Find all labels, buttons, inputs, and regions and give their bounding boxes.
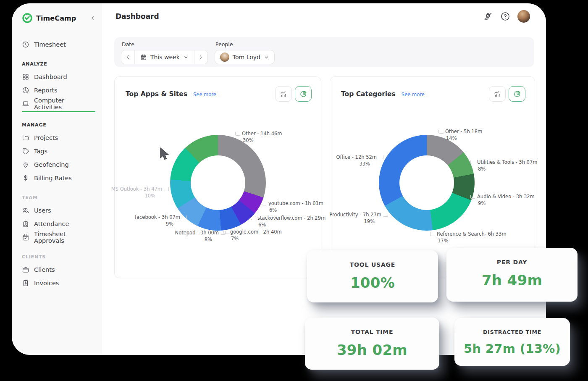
folder-icon — [22, 134, 29, 142]
sidebar-item-computer-activities[interactable]: Computer Activities — [22, 97, 95, 112]
callout-connector — [251, 216, 255, 220]
sidebar: TimeCamp TimesheetANALYZEDashboardReport… — [12, 3, 102, 355]
laptop-icon — [22, 100, 29, 108]
date-range-dropdown[interactable]: This week — [134, 50, 194, 64]
sidebar-item-label: Timesheet — [34, 41, 66, 48]
callout-connector — [438, 130, 443, 134]
sidebar-item-users[interactable]: Users — [22, 204, 54, 217]
segment-label-text: Other - 14h 46m — [242, 131, 282, 137]
pie-chart-toggle-button[interactable] — [295, 86, 312, 102]
stat-value: 7h 49m — [482, 272, 542, 289]
briefcase-icon — [22, 266, 29, 273]
topbar-icons — [483, 10, 530, 23]
segment-label-text: Audio & Video - 3h 32m — [477, 194, 535, 200]
sidebar-item-timesheet-approvals[interactable]: Timesheet Approvals — [22, 231, 95, 244]
sidebar-item-billing-rates[interactable]: Billing Rates — [22, 171, 74, 185]
segment-label-google-com: google.com - 2h 40m7% — [230, 229, 282, 242]
segment-label-text: Productivity - 7h 27m — [329, 212, 381, 218]
sidebar-item-label: Billing Rates — [34, 175, 72, 181]
badge-icon — [22, 220, 29, 228]
people-filter-label: People — [215, 41, 275, 47]
segment-label-text: facebook - 3h 07m — [135, 214, 180, 220]
segment-label-text: Notepad - 3h 00m — [175, 230, 219, 236]
help-icon[interactable] — [500, 11, 510, 21]
pie-report-icon — [22, 87, 29, 94]
line-chart-icon — [280, 90, 288, 98]
sidebar-item-label: Projects — [34, 134, 58, 141]
sidebar-item-dashboard[interactable]: Dashboard — [22, 70, 70, 84]
callout-connector — [262, 202, 266, 205]
chevron-down-icon — [264, 55, 269, 60]
segment-label-other: Other - 5h 18m14% — [445, 129, 482, 142]
segment-label-youtube-com: youtube.com - 1h 01m6% — [268, 200, 323, 213]
stat-card-distracted-time: DISTRACTED TIME5h 27m (13%) — [454, 318, 570, 366]
line-chart-toggle-button[interactable] — [489, 86, 506, 102]
date-filter-label: Date — [122, 41, 208, 47]
sidebar-item-label: Clients — [34, 266, 55, 273]
segment-label-text: MS Outlook - 3h 47m — [111, 186, 162, 192]
callout-connector — [221, 231, 226, 235]
segment-label-ms-outlook: MS Outlook - 3h 47m10% — [111, 186, 162, 199]
people-dropdown[interactable]: Tom Loyd — [215, 50, 275, 64]
logo-text: TimeCamp — [36, 14, 76, 22]
callout-connector — [164, 187, 169, 191]
see-more-link[interactable]: See more — [402, 92, 425, 97]
callout-connector — [235, 132, 240, 136]
sidebar-item-reports[interactable]: Reports — [22, 84, 60, 97]
segment-percent: 10% — [111, 193, 162, 200]
people-value: Tom Loyd — [233, 54, 260, 60]
plug-off-icon[interactable] — [483, 11, 493, 21]
segment-percent: 30% — [242, 137, 282, 144]
stat-value: 39h 02m — [337, 342, 407, 358]
dollar-icon — [22, 174, 29, 182]
sidebar-collapse-button[interactable] — [89, 15, 96, 21]
calendar-icon — [140, 54, 147, 60]
segment-percent: 6% — [268, 207, 323, 214]
sidebar-item-clients[interactable]: Clients — [22, 263, 58, 276]
people-filter-group: People Tom Loyd — [215, 41, 275, 64]
chart-view-toggles — [489, 86, 525, 102]
sidebar-item-label: Reports — [34, 87, 58, 94]
sidebar-item-invoices[interactable]: Invoices — [22, 276, 61, 290]
date-next-button[interactable] — [194, 50, 207, 64]
user-avatar[interactable] — [517, 10, 530, 23]
callout-connector — [182, 215, 187, 219]
calendar-check-icon — [22, 234, 29, 241]
line-chart-toggle-button[interactable] — [275, 86, 292, 102]
page: TimeCamp TimesheetANALYZEDashboardReport… — [0, 0, 588, 381]
segment-percent: 8% — [175, 236, 219, 243]
filter-bar: Date This week — [114, 37, 534, 67]
callout-connector — [430, 232, 435, 236]
date-range-value: This week — [150, 54, 180, 60]
segment-label-text: Other - 5h 18m — [445, 129, 482, 134]
stat-label: TOTAL TIME — [351, 328, 394, 335]
line-chart-icon — [494, 90, 501, 98]
sidebar-item-geofencing[interactable]: Geofencing — [22, 158, 71, 171]
pie-chart-icon — [513, 90, 521, 98]
segment-label-text: Office - 12h 52m — [336, 154, 377, 160]
sidebar-section-label: ANALYZE — [22, 61, 95, 67]
sidebar-section-label: MANAGE — [22, 122, 95, 128]
person-avatar — [220, 53, 229, 62]
users-icon — [22, 207, 29, 214]
sidebar-item-projects[interactable]: Projects — [22, 131, 60, 145]
sidebar-item-timesheet[interactable]: Timesheet — [22, 38, 68, 51]
tag-icon — [22, 147, 29, 155]
donut-chart[interactable] — [379, 135, 475, 231]
stat-card-per-day: PER DAY7h 49m — [446, 248, 578, 302]
segment-label-text: Reference & Search- 6h 33m — [437, 231, 507, 237]
callout-connector — [470, 160, 475, 164]
mouse-cursor — [160, 147, 172, 162]
stat-label: DISTRACTED TIME — [483, 329, 541, 335]
timecamp-logo-icon — [22, 13, 33, 24]
segment-label-text: Utilities & Tools - 3h 07m — [477, 159, 537, 165]
date-prev-button[interactable] — [121, 50, 134, 64]
see-more-link[interactable]: See more — [193, 92, 216, 97]
date-range-control: This week — [121, 50, 208, 64]
chart-card-header: Top CategoriesSee more — [330, 77, 535, 102]
pie-chart-toggle-button[interactable] — [509, 86, 525, 102]
sidebar-section-label: TEAM — [22, 195, 95, 200]
sidebar-item-attendance[interactable]: Attendance — [22, 217, 71, 231]
sidebar-item-tags[interactable]: Tags — [22, 145, 50, 158]
chevron-down-icon — [183, 55, 189, 60]
